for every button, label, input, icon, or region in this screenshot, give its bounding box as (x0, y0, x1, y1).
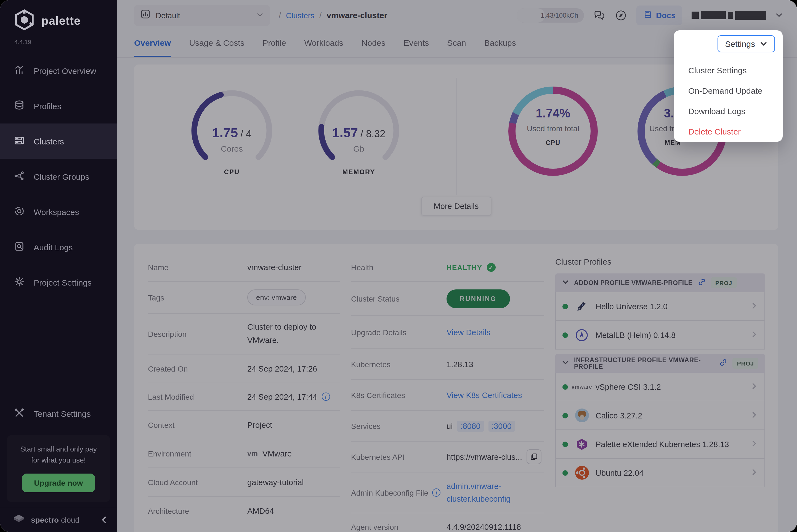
settings-dropdown: Settings Cluster Settings On-Demand Upda… (674, 30, 783, 142)
sidebar-collapse-button[interactable] (101, 516, 108, 524)
upgrade-now-button[interactable]: Upgrade now (22, 474, 95, 492)
cluster-groups-icon (14, 170, 25, 183)
sidebar-header: palette 4.4.19 (0, 0, 117, 45)
palette-app-window: palette 4.4.19 Project Overview Profiles… (0, 0, 797, 532)
menu-item-cluster-settings[interactable]: Cluster Settings (688, 60, 775, 80)
app-version: 4.4.19 (14, 39, 117, 45)
sidebar-nav: Project Overview Profiles Clusters Clust… (0, 53, 117, 300)
palette-logo-icon (13, 9, 35, 33)
sidebar-item-cluster-groups[interactable]: Cluster Groups (0, 159, 117, 194)
brand-wordmark: palette (41, 14, 80, 27)
profiles-icon (14, 99, 25, 112)
sidebar-item-tenant-settings[interactable]: Tenant Settings (0, 396, 117, 431)
sidebar-item-label: Tenant Settings (34, 409, 91, 418)
sidebar-item-clusters[interactable]: Clusters (0, 124, 117, 159)
sidebar-item-workspaces[interactable]: Workspaces (0, 194, 117, 229)
spectro-cloud-label: spectro cloud (31, 515, 79, 524)
sidebar-item-label: Profiles (34, 101, 61, 111)
sidebar: palette 4.4.19 Project Overview Profiles… (0, 0, 117, 532)
chevron-down-icon (760, 40, 767, 48)
sidebar-item-label: Cluster Groups (34, 172, 89, 181)
promo-text: Start small and only pay for what you us… (12, 443, 105, 466)
sidebar-footer: spectro cloud (0, 507, 117, 532)
menu-item-on-demand-update[interactable]: On-Demand Update (688, 80, 775, 101)
project-overview-icon (14, 64, 25, 77)
settings-menu-list: Cluster Settings On-Demand Update Downlo… (688, 52, 775, 142)
sidebar-item-project-overview[interactable]: Project Overview (0, 53, 117, 88)
gear-icon (14, 276, 25, 289)
menu-item-delete-cluster[interactable]: Delete Cluster (688, 121, 775, 142)
sidebar-item-label: Project Overview (34, 66, 96, 75)
sidebar-item-label: Project Settings (34, 278, 92, 287)
sidebar-item-label: Clusters (34, 136, 64, 146)
menu-item-download-logs[interactable]: Download Logs (688, 101, 775, 121)
upgrade-promo-panel: Start small and only pay for what you us… (7, 435, 110, 502)
sidebar-item-project-settings[interactable]: Project Settings (0, 265, 117, 300)
workspaces-icon (14, 205, 25, 218)
sidebar-item-label: Audit Logs (34, 242, 73, 252)
spectro-cloud-logo (12, 512, 25, 527)
sidebar-item-label: Workspaces (34, 207, 79, 216)
audit-logs-icon (14, 241, 25, 253)
tools-icon (14, 407, 25, 420)
sidebar-item-profiles[interactable]: Profiles (0, 88, 117, 124)
settings-button[interactable]: Settings (718, 35, 775, 52)
clusters-icon (14, 135, 25, 148)
sidebar-item-audit-logs[interactable]: Audit Logs (0, 229, 117, 265)
settings-button-label: Settings (725, 39, 755, 49)
